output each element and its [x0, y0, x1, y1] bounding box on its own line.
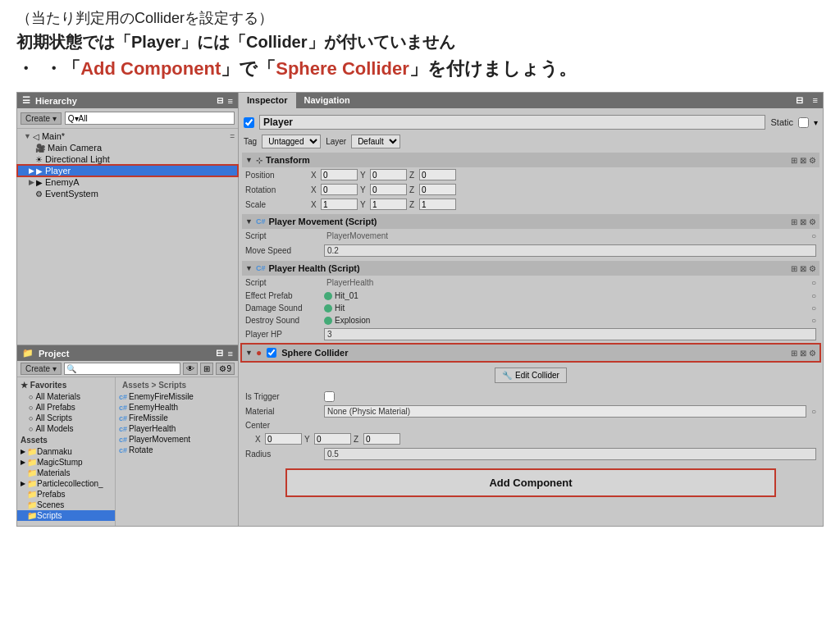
proj-folder-magicstump[interactable]: ▶ 📁 MagicStump [17, 457, 115, 468]
rotation-y-input[interactable]: 0 [370, 184, 407, 195]
is-trigger-checkbox[interactable] [324, 391, 335, 402]
rot-z-label: Z [409, 185, 418, 194]
transform-action1[interactable]: ⊞ [791, 156, 797, 165]
sc-dot-icon: ● [256, 347, 262, 358]
rotation-x-input[interactable]: 0 [321, 184, 358, 195]
proj-folder-scenes[interactable]: 📁 Scenes [17, 500, 115, 510]
hierarchy-tree: ▼ ◁ Main* = 🎥 Main Camera ☀ Directional … [17, 129, 238, 201]
position-y-input[interactable]: 0 [370, 169, 407, 180]
script-enemyhealth[interactable]: c#EnemyHealth [119, 402, 235, 413]
tab-navigation[interactable]: Navigation [296, 93, 358, 108]
fav-model-icon: ○ [29, 425, 33, 433]
inspector-pin[interactable]: ⊟ [791, 93, 808, 108]
center-y-input[interactable]: 0 [314, 433, 351, 445]
player-movement-header[interactable]: ▼ C# Player Movement (Script) ⊞ ⊠ ⚙ [242, 214, 819, 229]
transform-action3[interactable]: ⚙ [809, 156, 816, 165]
tab-inspector[interactable]: Inspector [239, 93, 296, 108]
hierarchy-item-eventsystem[interactable]: ⚙ EventSystem [17, 188, 238, 199]
proj-folder-scripts[interactable]: 📁 Scripts [17, 510, 115, 521]
ph-script-circle[interactable]: ○ [811, 278, 816, 287]
rotation-z-field: Z 0 [409, 184, 456, 195]
hierarchy-item-main-camera[interactable]: 🎥 Main Camera [17, 142, 238, 153]
radius-input[interactable]: 0.5 [324, 448, 816, 460]
sc-action3[interactable]: ⚙ [809, 349, 816, 358]
proj-folder-particlecollection[interactable]: ▶ 📁 Particlecollection_ [17, 478, 115, 489]
ph-action1[interactable]: ⊞ [791, 264, 797, 273]
pos-y-label: Y [360, 171, 368, 180]
transform-header[interactable]: ▼ ⊹ Transform ⊞ ⊠ ⚙ [242, 153, 819, 167]
scale-x-input[interactable]: 1 [321, 199, 358, 210]
go-active-checkbox[interactable] [244, 117, 254, 128]
main-options[interactable]: = [230, 132, 235, 141]
script-firemissile[interactable]: c#FireMissile [119, 413, 235, 423]
position-row: Position X 0 Y 0 Z 0 [242, 167, 819, 182]
hierarchy-search[interactable] [65, 112, 235, 125]
position-x-field: X 0 [311, 169, 358, 180]
proj-fav-all-scripts[interactable]: ○ All Scripts [17, 413, 115, 423]
edit-collider-btn[interactable]: 🔧 Edit Collider [495, 368, 567, 383]
tag-select[interactable]: Untagged [262, 135, 321, 148]
hierarchy-menu[interactable]: ≡ [228, 96, 233, 106]
static-checkbox[interactable] [798, 117, 809, 128]
project-content: ★ Favorites ○ All Materials ○ All Prefab… [17, 377, 238, 526]
add-component-btn[interactable]: Add Component [285, 468, 776, 497]
rotation-z-input[interactable]: 0 [419, 184, 456, 195]
hierarchy-item-enemya[interactable]: ▶ ▶ EnemyA [17, 176, 238, 188]
proj-folder-materials[interactable]: 📁 Materials [17, 468, 115, 478]
player-health-header[interactable]: ▼ C# Player Health (Script) ⊞ ⊠ ⚙ [242, 261, 819, 276]
scale-y-input[interactable]: 1 [370, 199, 407, 210]
proj-btn3[interactable]: ⚙9 [216, 363, 235, 375]
center-z-input[interactable]: 0 [363, 433, 400, 445]
player-hp-input[interactable]: 3 [324, 328, 816, 340]
position-z-input[interactable]: 0 [419, 169, 456, 180]
inspector-menu[interactable]: ≡ [808, 93, 823, 108]
project-create-btn[interactable]: Create ▾ [21, 363, 62, 375]
project-pin[interactable]: ⊟ [216, 348, 223, 358]
project-menu[interactable]: ≡ [228, 349, 233, 358]
script-enemyfiremissile[interactable]: c#EnemyFireMissile [119, 391, 235, 402]
proj-folder-prefabs[interactable]: 📁 Prefabs [17, 489, 115, 500]
go-name-input[interactable]: Player [259, 115, 765, 130]
line3-highlight1: Add Component [80, 58, 221, 79]
sc-enabled-checkbox[interactable] [267, 348, 276, 358]
script-playermovement[interactable]: c#PlayerMovement [119, 434, 235, 445]
layer-select[interactable]: Default [351, 135, 400, 148]
scale-z-input[interactable]: 1 [419, 199, 456, 210]
proj-fav-all-prefabs[interactable]: ○ All Prefabs [17, 402, 115, 413]
hierarchy-pin[interactable]: ⊟ [217, 96, 223, 105]
pm-action1[interactable]: ⊞ [791, 217, 797, 226]
sc-action1[interactable]: ⊞ [791, 349, 797, 358]
sphere-collider-header[interactable]: ▼ ● Sphere Collider ⊞ ⊠ ⚙ [242, 345, 819, 361]
center-x-input[interactable]: 0 [265, 433, 302, 445]
pm-script-circle[interactable]: ○ [811, 231, 816, 240]
proj-btn2[interactable]: ⊞ [200, 363, 213, 375]
sc-action2[interactable]: ⊠ [800, 349, 806, 358]
destroy-sound-circle[interactable]: ○ [811, 316, 816, 325]
pm-movespeed-input[interactable]: 0.2 [324, 244, 816, 257]
sc-material-circle[interactable]: ○ [811, 407, 816, 416]
proj-fav-all-materials[interactable]: ○ All Materials [17, 391, 115, 402]
ph-action2[interactable]: ⊠ [800, 264, 806, 273]
position-x-input[interactable]: 0 [321, 169, 358, 180]
proj-folder-danmaku[interactable]: ▶ 📁 Danmaku [17, 446, 115, 457]
enemya-label: EnemyA [45, 177, 80, 187]
hierarchy-item-directional-light[interactable]: ☀ Directional Light [17, 153, 238, 165]
pm-action2[interactable]: ⊠ [800, 217, 806, 226]
proj-fav-all-models[interactable]: ○ All Models [17, 423, 115, 434]
pm-action3[interactable]: ⚙ [809, 217, 816, 226]
hierarchy-item-main[interactable]: ▼ ◁ Main* = [17, 130, 238, 142]
position-z-field: Z 0 [409, 169, 456, 180]
effect-prefab-circle[interactable]: ○ [811, 291, 816, 300]
script-rotate[interactable]: c#Rotate [119, 445, 235, 455]
sc-center-label: Center [245, 421, 311, 430]
damage-sound-circle[interactable]: ○ [811, 304, 816, 313]
hierarchy-create-btn[interactable]: Create ▾ [21, 112, 62, 125]
damage-sound-ref: Hit [324, 304, 345, 313]
static-dropdown[interactable]: ▾ [814, 118, 818, 127]
script-playerhealth[interactable]: c#PlayerHealth [119, 423, 235, 434]
project-search[interactable] [64, 363, 181, 375]
proj-btn1[interactable]: 👁 [183, 363, 198, 375]
ph-action3[interactable]: ⚙ [809, 264, 816, 273]
transform-action2[interactable]: ⊠ [800, 156, 806, 165]
hierarchy-item-player[interactable]: ▶ ▶ Player [17, 165, 238, 176]
